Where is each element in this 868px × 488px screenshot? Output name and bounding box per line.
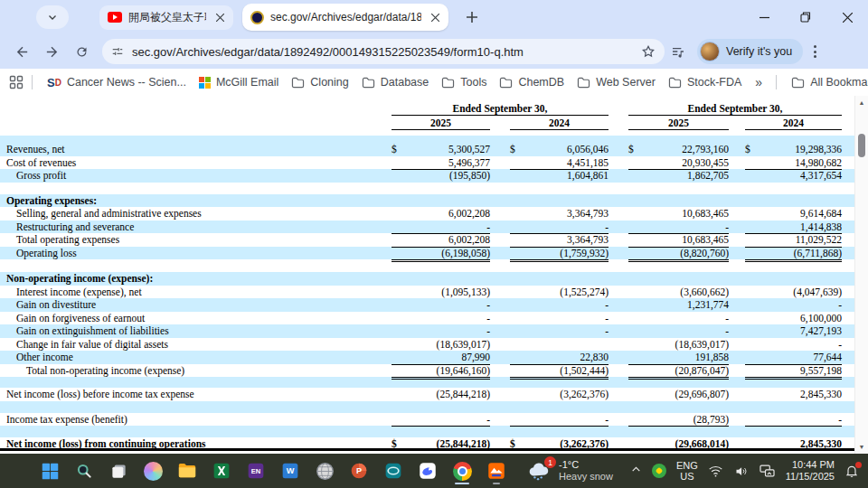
value-cell xyxy=(523,338,609,352)
search-taskbar-icon[interactable] xyxy=(72,456,96,485)
close-button[interactable] xyxy=(826,0,868,34)
profile-chip[interactable]: Verify it's you xyxy=(697,39,803,64)
globe-taskbar-icon[interactable] xyxy=(313,456,336,485)
bookmark-item[interactable]: Database xyxy=(355,73,436,91)
dollar-sign-cell xyxy=(510,156,523,171)
system-tray: ENGUS 10:44 PM 11/15/2025 xyxy=(630,459,859,483)
dollar-sign-cell xyxy=(510,286,523,299)
value-cell: 77,644 xyxy=(758,351,842,365)
apps-grid-icon xyxy=(9,75,24,89)
file-explorer-taskbar-icon[interactable] xyxy=(175,456,199,485)
scroll-up-button[interactable]: ▲ xyxy=(855,96,868,109)
bookmark-star-icon[interactable] xyxy=(641,44,656,59)
volume-icon[interactable] xyxy=(733,465,749,478)
table-row: Gain on extinguishment of liabilities---… xyxy=(0,324,854,338)
value-cell: (8,820,760) xyxy=(641,247,729,263)
chrome-taskbar-icon[interactable] xyxy=(450,456,474,485)
table-row: Restructuring and severance---1,414,838 xyxy=(0,221,854,234)
excel-taskbar-icon[interactable] xyxy=(210,456,233,485)
clock[interactable]: 10:44 PM 11/15/2025 xyxy=(786,459,835,483)
endnote-taskbar-icon[interactable]: EN xyxy=(244,456,268,485)
dollar-sign-cell xyxy=(745,272,758,286)
restore-button[interactable] xyxy=(785,0,826,34)
dollar-sign-cell xyxy=(745,156,758,171)
browser-tab-sec[interactable]: sec.gov/Archives/edgar/data/1892 xyxy=(242,4,448,31)
deepseek-taskbar-icon[interactable] xyxy=(416,456,439,485)
dollar-sign-cell xyxy=(628,298,641,312)
bookmark-item[interactable]: Tools xyxy=(435,73,493,91)
bookmark-item[interactable]: ChemDB xyxy=(493,73,571,91)
apps-grid-button[interactable] xyxy=(9,69,24,96)
start-taskbar-icon[interactable] xyxy=(38,456,61,485)
dollar-sign-cell xyxy=(628,156,641,171)
table-row: Other income87,99022,830191,85877,644 xyxy=(0,351,854,364)
task-view-taskbar-icon[interactable] xyxy=(107,456,130,485)
scrollbar[interactable]: ▲ ▼ xyxy=(854,96,868,454)
value-cell: (18,639,017) xyxy=(641,338,729,352)
value-cell: 4,451,185 xyxy=(523,156,609,171)
wifi-icon[interactable] xyxy=(708,465,723,478)
bookmark-item[interactable]: Cloning xyxy=(285,73,354,91)
reload-button[interactable] xyxy=(67,37,97,66)
mountain-app-taskbar-icon[interactable] xyxy=(485,456,508,485)
cast-screens-icon[interactable] xyxy=(759,464,776,478)
dollar-sign-cell: $ xyxy=(510,143,523,156)
new-tab-button[interactable] xyxy=(459,5,485,30)
value-cell: 10,683,465 xyxy=(641,207,729,221)
menu-icon[interactable] xyxy=(803,45,826,58)
dollar-sign-cell xyxy=(392,324,404,338)
bookmarks-overflow-button[interactable]: » xyxy=(750,75,768,89)
scroll-down-button[interactable]: ▼ xyxy=(855,440,868,454)
weather-condition: Heavy snow xyxy=(559,471,613,483)
dollar-sign-cell xyxy=(628,207,641,221)
bookmark-item[interactable]: McGill Email xyxy=(193,73,285,91)
hidden-icons-chevron[interactable] xyxy=(630,463,642,479)
powerpoint-taskbar-icon[interactable]: P xyxy=(347,456,371,485)
value-cell: 9,557,198 xyxy=(758,364,842,380)
minimize-button[interactable] xyxy=(743,0,785,34)
plus-icon xyxy=(466,11,478,23)
tray-app-icon[interactable] xyxy=(652,464,666,478)
media-controls-button[interactable] xyxy=(665,38,692,65)
url-text[interactable]: sec.gov/Archives/edgar/data/1892492/0001… xyxy=(132,45,633,59)
value-cell: - xyxy=(523,324,609,338)
tab-close-icon[interactable] xyxy=(428,10,442,24)
notification-bell-button[interactable] xyxy=(844,464,859,478)
value-cell xyxy=(404,272,490,286)
table-row: Gross profit(195,850)1,604,8611,862,7054… xyxy=(0,169,854,183)
weather-temperature: -1°C xyxy=(559,459,613,471)
tab-search-button[interactable] xyxy=(36,5,69,29)
chevron-down-icon xyxy=(47,12,58,23)
dollar-sign-cell xyxy=(628,388,641,401)
all-bookmarks-button[interactable]: All Bookmarks xyxy=(785,73,868,91)
dollar-sign-cell xyxy=(745,413,758,427)
value-cell: - xyxy=(641,324,729,338)
back-button[interactable] xyxy=(7,37,37,66)
tab-close-icon[interactable] xyxy=(212,10,227,24)
language-indicator[interactable]: ENGUS xyxy=(676,460,698,482)
weather-widget[interactable]: 1 -1°C Heavy snow xyxy=(526,459,613,483)
value-cell: (18,639,017) xyxy=(404,338,490,352)
reload-icon xyxy=(75,45,89,59)
year-header-row: 2025 2024 2025 2024 xyxy=(0,116,854,130)
bookmark-item[interactable]: Web Server xyxy=(571,73,662,91)
bookmark-item[interactable]: SDCancer News -- Scien... xyxy=(41,73,193,92)
teal-app-taskbar-icon[interactable] xyxy=(382,456,405,485)
table-row: Operating loss(6,198,058)(1,759,932)(8,8… xyxy=(0,247,854,260)
copilot-taskbar-icon[interactable] xyxy=(141,456,165,485)
dollar-sign-cell xyxy=(628,272,641,286)
value-cell: (29,696,807) xyxy=(641,388,729,401)
row-label: Gain on forgiveness of earnout xyxy=(0,312,392,325)
word-taskbar-icon[interactable]: W xyxy=(278,456,302,485)
url-bar[interactable]: sec.gov/Archives/edgar/data/1892492/0001… xyxy=(102,39,665,64)
browser-tab-youtube[interactable]: 開局被父皇太子聯手追殺?看我以 xyxy=(99,5,233,30)
value-cell: 4,317,654 xyxy=(758,169,842,183)
row-label: Net income (loss) before income tax expe… xyxy=(0,388,392,401)
active-app-indicator xyxy=(493,483,500,485)
scrollbar-thumb[interactable] xyxy=(858,134,865,157)
dollar-sign-cell xyxy=(510,298,523,312)
dollar-sign-cell xyxy=(510,312,523,325)
bookmark-item[interactable]: Stock-FDA xyxy=(662,73,748,91)
forward-button[interactable] xyxy=(37,37,67,66)
dollar-sign-cell xyxy=(628,194,641,208)
